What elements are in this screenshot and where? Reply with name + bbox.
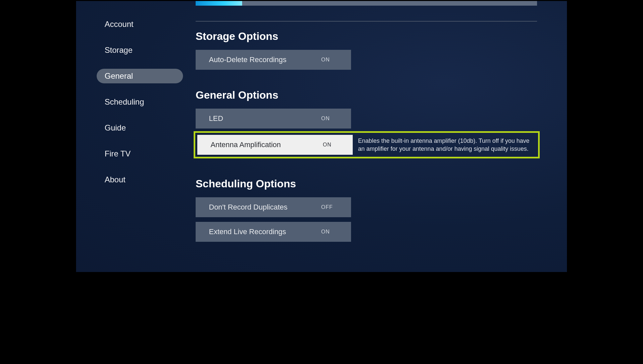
option-antenna-amplification[interactable]: Antenna Amplification ON [197, 135, 353, 155]
sidebar-item-account[interactable]: Account [97, 17, 183, 32]
section-title: General Options [196, 89, 537, 101]
section-storage-options: Storage Options Auto-Delete Recordings O… [196, 30, 537, 70]
option-label: LED [209, 114, 321, 123]
section-title: Scheduling Options [196, 178, 537, 190]
tab-strip [196, 1, 537, 6]
section-scheduling-options: Scheduling Options Don't Record Duplicat… [196, 178, 537, 242]
tab-indicator-active [196, 1, 242, 6]
section-general-options: General Options LED ON Antenna Amplifica… [196, 89, 537, 158]
sidebar-item-fire-tv[interactable]: Fire TV [97, 146, 183, 161]
sidebar-item-guide[interactable]: Guide [97, 121, 183, 135]
option-value: ON [321, 57, 351, 63]
sidebar-item-label: Account [105, 20, 134, 29]
sidebar-item-about[interactable]: About [97, 172, 183, 187]
option-label: Auto-Delete Recordings [209, 55, 321, 64]
sidebar-item-label: About [105, 175, 126, 184]
option-value: ON [321, 229, 351, 235]
sidebar-item-label: Storage [105, 46, 133, 55]
option-help-text: Enables the built-in antenna amplifier (… [358, 137, 535, 153]
sidebar-item-label: General [105, 71, 133, 81]
settings-sidebar: Account Storage General Scheduling Guide… [97, 17, 183, 187]
sidebar-item-label: Scheduling [105, 97, 144, 107]
option-label: Antenna Amplification [211, 140, 323, 149]
sidebar-item-storage[interactable]: Storage [97, 43, 183, 57]
settings-main: Storage Options Auto-Delete Recordings O… [196, 30, 537, 272]
option-antenna-amplification-highlight: Antenna Amplification ON Enables the bui… [194, 131, 540, 158]
option-value: ON [323, 142, 353, 148]
option-extend-live-recordings[interactable]: Extend Live Recordings ON [196, 222, 351, 242]
option-label: Don't Record Duplicates [209, 203, 321, 212]
option-value: ON [321, 116, 351, 122]
option-led[interactable]: LED ON [196, 109, 351, 129]
header-divider [196, 21, 537, 22]
section-title: Storage Options [196, 30, 537, 43]
settings-screen: Account Storage General Scheduling Guide… [75, 0, 568, 273]
sidebar-item-general[interactable]: General [97, 69, 183, 83]
sidebar-item-scheduling[interactable]: Scheduling [97, 95, 183, 109]
sidebar-item-label: Fire TV [105, 149, 131, 158]
option-dont-record-duplicates[interactable]: Don't Record Duplicates OFF [196, 197, 351, 217]
option-label: Extend Live Recordings [209, 228, 321, 236]
option-value: OFF [321, 204, 351, 210]
sidebar-item-label: Guide [105, 123, 126, 133]
option-auto-delete-recordings[interactable]: Auto-Delete Recordings ON [196, 50, 351, 70]
